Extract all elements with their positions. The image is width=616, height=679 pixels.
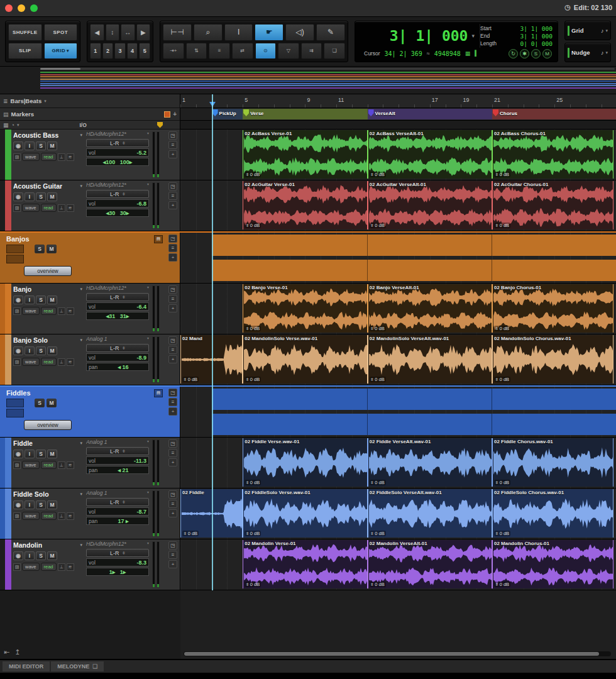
comments-button[interactable]: ≡ — [168, 295, 177, 303]
clip-gain-badge[interactable]: ǂ0 dB — [245, 223, 261, 228]
audio-clip[interactable]: 02 Fiddle Chorus.wav-01ǂ0 dB — [492, 438, 613, 487]
clip-gain-badge[interactable]: ǂ0 dB — [494, 531, 510, 536]
track-lanes-fiddle[interactable]: 02 Fiddle Verse.wav-01ǂ0 dB02 Fiddle Ver… — [180, 438, 616, 488]
playlist-button[interactable]: ◳ — [168, 389, 177, 397]
pan-display[interactable]: pan17 ▸ — [86, 517, 149, 525]
track-header-acoustic-bass[interactable]: Acoustic Bass▾◉ISM▨waveread⊥≋HDAdMcrphn1… — [0, 130, 180, 180]
clip-gain-badge[interactable]: ǂ0 dB — [494, 172, 510, 177]
clip-gain-badge[interactable]: ǂ0 dB — [182, 531, 199, 536]
output-selector[interactable]: L-Rǂ — [86, 190, 149, 198]
folder-clip-block[interactable] — [492, 260, 616, 281]
add-lane-button[interactable]: + — [168, 201, 177, 209]
audio-clip[interactable]: 02 MandolinSolo Verse.wav-01ǂ0 dB — [243, 335, 367, 384]
input-monitor-button[interactable]: I — [25, 500, 35, 509]
solo-button[interactable]: S — [36, 346, 46, 355]
track-freeze-icon[interactable]: ≋ — [67, 563, 74, 571]
track-freeze-icon[interactable]: ≋ — [67, 461, 74, 469]
mode-button-slip[interactable]: SLIP — [8, 43, 42, 60]
chevron-down-icon[interactable]: ▾ — [605, 50, 608, 55]
playlist-button[interactable]: ◳ — [168, 235, 177, 243]
mute-button[interactable]: M — [47, 192, 57, 201]
audio-zoom-horizontal-icon[interactable]: ↔ — [121, 24, 135, 41]
audio-clip[interactable]: 02 AcBass Verse-01ǂ0 dB — [243, 130, 367, 179]
output-selector[interactable]: L-Rǂ — [86, 549, 149, 557]
zoom-preset-3-button[interactable]: 3 — [114, 43, 126, 60]
clip-gain-badge[interactable]: ǂ0 dB — [494, 326, 510, 331]
audio-clip[interactable]: 02 Fiddle Verse.wav-01ǂ0 dB — [243, 438, 367, 487]
clip-gain-badge[interactable]: ǂ0 dB — [494, 480, 510, 485]
tab-midi-editor[interactable]: MIDI EDITOR — [3, 661, 50, 671]
clip-gain-badge[interactable]: ǂ0 dB — [245, 326, 261, 331]
solo-button[interactable]: S — [36, 450, 46, 458]
track-options-caret[interactable]: ▾ — [80, 492, 82, 497]
mute-button[interactable]: M — [47, 551, 57, 560]
comments-button[interactable]: ≡ — [168, 551, 177, 559]
audio-clip[interactable]: 02 Mandolin Verse-01ǂ0 dB — [243, 540, 367, 588]
folder-clip-block[interactable] — [368, 389, 492, 410]
automation-mode-button[interactable]: read — [41, 204, 57, 212]
solo-button[interactable]: S — [36, 141, 46, 150]
automation-mode-button[interactable]: read — [41, 358, 57, 366]
audio-clip[interactable]: 02 Mandǂ0 dB — [180, 335, 243, 384]
clip-gain-badge[interactable]: ǂ0 dB — [370, 223, 386, 228]
pan-display[interactable]: pan◂ 16 — [86, 363, 149, 371]
comments-button[interactable]: ≡ — [168, 192, 177, 200]
link-track-edit-button[interactable]: ⇄ — [232, 43, 253, 60]
track-freeze-icon[interactable]: ≋ — [67, 512, 74, 520]
input-monitor-button[interactable]: I — [25, 295, 35, 304]
record-arm-button[interactable]: ◉ — [13, 141, 23, 150]
track-name[interactable]: Acoustic Guitar — [13, 182, 62, 190]
folder-clip-block[interactable] — [212, 260, 368, 281]
volume-display[interactable]: vol-8.9 — [86, 353, 149, 362]
record-arm-button[interactable]: ◉ — [13, 500, 23, 509]
mute-button[interactable]: M — [47, 500, 57, 509]
chevron-down-icon[interactable]: ▾ — [44, 99, 47, 104]
folder-clip-block[interactable] — [212, 235, 368, 256]
input-monitor-button[interactable]: I — [25, 450, 35, 458]
track-lanes-banjos[interactable] — [180, 233, 616, 283]
add-lane-button[interactable]: + — [168, 407, 177, 416]
clip-gain-badge[interactable]: ǂ0 dB — [494, 582, 510, 587]
audio-clip[interactable]: 02 AcBass VerseAlt-01ǂ0 dB — [368, 130, 492, 179]
session-overview-strip[interactable] — [0, 67, 616, 94]
pan-display[interactable]: ◂31 31▸ — [86, 312, 149, 320]
markers-list-icon[interactable]: ▤ — [3, 111, 9, 118]
track-freeze-icon[interactable]: ≋ — [67, 307, 74, 315]
pencil-tool[interactable]: ✎ — [316, 24, 345, 41]
comments-button[interactable]: ≡ — [168, 449, 177, 457]
horizontal-scrollbar-thumb[interactable] — [184, 652, 599, 656]
clock-icon[interactable]: ◔ — [11, 122, 14, 128]
track-view-icon[interactable]: ▨ — [13, 204, 21, 212]
add-lane-button[interactable]: + — [168, 458, 177, 466]
playlist-button[interactable]: ◳ — [168, 439, 177, 448]
audio-clip[interactable]: 02 Banjo VerseAlt-01ǂ0 dB — [368, 284, 492, 333]
automation-follows-edit-button[interactable]: ▽ — [278, 43, 299, 60]
automation-mode-button[interactable]: read — [41, 153, 57, 161]
chevron-down-icon[interactable]: ▾ — [605, 28, 608, 33]
clip-gain-badge[interactable]: ǂ0 dB — [494, 377, 510, 382]
track-view-icon[interactable]: ▨ — [13, 461, 21, 469]
track-header-fiddle-solo[interactable]: Fiddle Solo▾◉ISM▨waveread⊥≋Analog 1▾L-Rǂ… — [0, 489, 180, 539]
track-header-mandolin[interactable]: Mandolin▾◉ISM▨waveread⊥≋HDAdMcrphn12*▾L-… — [0, 539, 180, 590]
markers-ruler-timeline[interactable]: PickUpVerseVerseAltChorus — [180, 108, 616, 121]
waveform-view-button[interactable]: wave — [22, 307, 40, 315]
input-selector[interactable]: HDAdMcrphn12*▾ — [86, 131, 149, 138]
elastic-audio-icon[interactable]: ⊥ — [58, 512, 65, 520]
track-options-caret[interactable]: ▾ — [80, 338, 82, 343]
volume-display[interactable]: vol-6.4 — [86, 302, 149, 311]
elastic-audio-icon[interactable]: ⊥ — [58, 153, 65, 161]
output-selector[interactable]: L-Rǂ — [86, 344, 149, 352]
track-header-banjo[interactable]: Banjo▾◉ISM▨waveread⊥≋HDAdMcrphn12*▾L-Rǂv… — [0, 284, 180, 334]
clip-gain-badge[interactable]: ǂ0 dB — [245, 480, 261, 485]
pan-display[interactable]: ◂100 100▸ — [86, 158, 149, 166]
zoom-preset-1-button[interactable]: 1 — [90, 43, 101, 60]
add-marker-button[interactable]: + — [173, 111, 177, 118]
zoom-preset-5-button[interactable]: 5 — [139, 43, 150, 60]
track-name[interactable]: Banjo Solo — [13, 336, 48, 344]
record-arm-button[interactable]: ◉ — [13, 450, 23, 458]
comments-button[interactable]: ≡ — [168, 398, 177, 406]
clip-gain-badge[interactable]: ǂ0 dB — [245, 377, 261, 382]
sel-start-value[interactable]: 3| 1| 000 — [520, 25, 553, 32]
mirrored-edit-button[interactable]: ⇅ — [186, 43, 207, 60]
scrubber-tool[interactable]: ◁) — [285, 24, 314, 41]
